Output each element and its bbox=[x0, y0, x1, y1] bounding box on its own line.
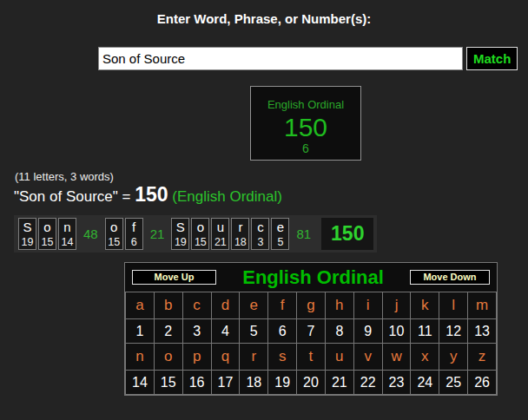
grid-value-cell: 23 bbox=[382, 371, 411, 395]
breakdown-letter: u bbox=[214, 219, 227, 235]
breakdown-letter: n bbox=[61, 219, 74, 235]
breakdown-word: S19o15n14 bbox=[17, 218, 77, 250]
grid-letter-cell: l bbox=[439, 292, 468, 319]
breakdown-letter: c bbox=[254, 219, 267, 235]
grid-value-cell: 18 bbox=[240, 371, 268, 395]
grid-value-cell: 4 bbox=[211, 319, 240, 344]
breakdown-letter-cell: c3 bbox=[251, 218, 269, 250]
equation-cipher-name: (English Ordinal) bbox=[168, 188, 282, 206]
breakdown-word-sum: 81 bbox=[290, 218, 317, 250]
grid-value-cell: 8 bbox=[325, 319, 353, 344]
grid-value-cell: 9 bbox=[353, 319, 382, 344]
letter-breakdown: S19o15n1448o15f621S19o15u21r18c3e581150 bbox=[14, 215, 377, 253]
breakdown-letter-value: 18 bbox=[234, 235, 247, 249]
move-up-button[interactable]: Move Up bbox=[132, 270, 216, 285]
move-down-button[interactable]: Move Down bbox=[410, 270, 490, 285]
grid-letter-cell: y bbox=[439, 344, 468, 371]
cipher-grid: abcdefghijklm12345678910111213nopqrstuvw… bbox=[125, 292, 497, 395]
grid-value-cell: 25 bbox=[439, 371, 468, 395]
cipher-box-value: 150 bbox=[251, 113, 360, 141]
grid-value-cell: 19 bbox=[268, 371, 297, 395]
grid-value-cell: 10 bbox=[382, 319, 411, 344]
grid-letter-cell: t bbox=[297, 344, 326, 371]
breakdown-word-sum: 48 bbox=[77, 218, 104, 250]
grid-value-cell: 11 bbox=[411, 319, 439, 344]
cipher-grid-row: nopqrstuvwxyz bbox=[126, 344, 497, 371]
grid-letter-cell: z bbox=[468, 344, 497, 371]
cipher-table: Move Up English Ordinal Move Down abcdef… bbox=[124, 262, 498, 396]
breakdown-letter-value: 14 bbox=[61, 235, 74, 249]
grid-value-cell: 22 bbox=[353, 371, 382, 395]
cipher-result-box[interactable]: English Ordinal 150 6 bbox=[250, 86, 361, 161]
breakdown-letter-cell: e5 bbox=[271, 218, 289, 250]
grid-value-cell: 6 bbox=[268, 319, 297, 344]
grid-letter-cell: w bbox=[382, 344, 411, 371]
breakdown-letter-value: 3 bbox=[254, 235, 267, 249]
cipher-table-title: English Ordinal bbox=[216, 266, 410, 289]
result-equation: "Son of Source" = 150 (English Ordinal) bbox=[14, 183, 282, 207]
breakdown-letter-value: 15 bbox=[108, 235, 121, 249]
breakdown-letter: S bbox=[21, 219, 34, 235]
breakdown-letter-cell: n14 bbox=[58, 218, 76, 250]
grid-letter-cell: a bbox=[126, 292, 155, 319]
breakdown-letter: r bbox=[234, 219, 247, 235]
cipher-grid-body: abcdefghijklm12345678910111213nopqrstuvw… bbox=[126, 292, 497, 395]
breakdown-letter-value: 6 bbox=[128, 235, 141, 249]
grid-letter-cell: s bbox=[268, 344, 297, 371]
grid-letter-cell: u bbox=[325, 344, 353, 371]
cipher-box-label: English Ordinal bbox=[251, 98, 360, 111]
grid-value-cell: 13 bbox=[468, 319, 497, 344]
grid-letter-cell: e bbox=[240, 292, 268, 319]
grid-letter-cell: r bbox=[240, 344, 268, 371]
phrase-input[interactable] bbox=[98, 47, 463, 70]
breakdown-letter: S bbox=[174, 219, 187, 235]
grid-value-cell: 14 bbox=[126, 371, 155, 395]
equation-value: 150 bbox=[135, 183, 168, 207]
cipher-grid-row: 14151617181920212223242526 bbox=[126, 371, 497, 395]
grid-letter-cell: i bbox=[353, 292, 382, 319]
breakdown-letter-cell: r18 bbox=[231, 218, 249, 250]
grid-value-cell: 26 bbox=[468, 371, 497, 395]
breakdown-letter: o bbox=[194, 219, 207, 235]
grid-value-cell: 7 bbox=[297, 319, 326, 344]
grid-letter-cell: p bbox=[182, 344, 211, 371]
breakdown-letter-value: 5 bbox=[274, 235, 287, 249]
cipher-grid-row: 12345678910111213 bbox=[126, 319, 497, 344]
cipher-grid-row: abcdefghijklm bbox=[126, 292, 497, 319]
breakdown-word-sum: 21 bbox=[144, 218, 171, 250]
breakdown-letter-cell: u21 bbox=[211, 218, 229, 250]
equation-phrase: "Son of Source" = bbox=[14, 188, 135, 206]
breakdown-letter-cell: S19 bbox=[171, 218, 189, 250]
breakdown-letter: e bbox=[274, 219, 287, 235]
grid-value-cell: 2 bbox=[154, 319, 182, 344]
grid-value-cell: 20 bbox=[297, 371, 326, 395]
grid-letter-cell: h bbox=[325, 292, 353, 319]
breakdown-total: 150 bbox=[321, 218, 373, 250]
grid-value-cell: 3 bbox=[182, 319, 211, 344]
breakdown-word: S19o15u21r18c3e5 bbox=[170, 218, 290, 250]
grid-letter-cell: b bbox=[154, 292, 182, 319]
grid-letter-cell: o bbox=[154, 344, 182, 371]
grid-letter-cell: n bbox=[126, 344, 155, 371]
cipher-box-subvalue: 6 bbox=[251, 141, 360, 155]
grid-letter-cell: x bbox=[411, 344, 439, 371]
grid-letter-cell: g bbox=[297, 292, 326, 319]
page-title: Enter Word, Phrase, or Number(s): bbox=[0, 11, 528, 26]
breakdown-letter-cell: o15 bbox=[38, 218, 56, 250]
breakdown-letter-value: 21 bbox=[214, 235, 227, 249]
grid-letter-cell: d bbox=[211, 292, 240, 319]
grid-letter-cell: c bbox=[182, 292, 211, 319]
letters-words-count: (11 letters, 3 words) bbox=[15, 170, 114, 183]
grid-value-cell: 15 bbox=[154, 371, 182, 395]
match-button[interactable]: Match bbox=[466, 47, 518, 70]
breakdown-letter-cell: o15 bbox=[105, 218, 123, 250]
breakdown-letter: o bbox=[41, 219, 54, 235]
breakdown-letter-value: 19 bbox=[21, 235, 34, 249]
grid-value-cell: 16 bbox=[182, 371, 211, 395]
grid-value-cell: 5 bbox=[240, 319, 268, 344]
breakdown-letter: f bbox=[128, 219, 141, 235]
breakdown-letter: o bbox=[108, 219, 121, 235]
grid-letter-cell: v bbox=[353, 344, 382, 371]
cipher-table-header: Move Up English Ordinal Move Down bbox=[125, 263, 497, 292]
grid-value-cell: 1 bbox=[126, 319, 155, 344]
